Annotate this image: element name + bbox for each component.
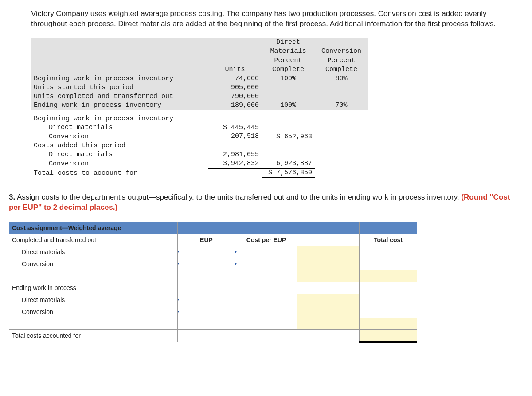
col-total: Total cost — [360, 234, 417, 246]
given-data-table: Direct Materials Conversion Percent Perc… — [31, 38, 368, 179]
calc-ewip-cv-sub — [297, 306, 360, 318]
hdr-pct-dm: Percent — [262, 56, 315, 65]
input-ewip-dm-cpe[interactable] — [235, 294, 297, 306]
cost-added-cv: 3,942,832 — [208, 159, 262, 169]
data-table-wrapper: Direct Materials Conversion Percent Perc… — [31, 38, 523, 179]
row-bwip-cv: 80% — [315, 74, 368, 83]
row-ewip-h: Ending work in process — [9, 282, 178, 294]
row-completed-label: Units completed and transferred out — [31, 92, 208, 101]
question-3: 3. Assign costs to the department's outp… — [9, 192, 523, 213]
cost-bwip-dm: $ 445,445 — [208, 123, 262, 132]
row-cto-cv: Conversion — [9, 258, 178, 270]
cost-bwip-cv: 207,518 — [208, 132, 262, 141]
cost-added-cv-label: Conversion — [31, 159, 208, 169]
col-cpe: Cost per EUP — [235, 234, 297, 246]
row-started-units: 905,000 — [208, 83, 262, 92]
row-bwip-units: 74,000 — [208, 74, 262, 83]
cost-added-dm: 2,981,055 — [208, 150, 262, 159]
input-cto-dm-eup[interactable] — [178, 246, 235, 258]
cost-added-label: Costs added this period — [31, 141, 208, 150]
input-cto-cv-eup[interactable] — [178, 258, 235, 270]
input-cto-dm-cpe[interactable] — [235, 246, 297, 258]
cost-total: $ 7,576,850 — [262, 168, 315, 178]
row-completed-units: 790,000 — [208, 92, 262, 101]
cost-added-tot: 6,923,887 — [262, 159, 315, 169]
row-bwip-dm: 100% — [262, 74, 315, 83]
q3-number: 3. — [9, 193, 15, 201]
cost-bwip-tot: $ 652,963 — [262, 132, 315, 141]
calc-cto-cv-sub — [297, 258, 360, 270]
hdr-pct-cv: Percent — [315, 56, 368, 65]
cost-bwip-dm-label: Direct materials — [31, 123, 208, 132]
hdr-dm1: Direct — [262, 38, 315, 47]
cost-bwip-cv-label: Conversion — [31, 132, 208, 141]
row-cto-dm: Direct materials — [9, 246, 178, 258]
hdr-units: Units — [208, 65, 262, 74]
row-ewip-dm: 100% — [262, 101, 315, 110]
hdr-dm2: Materials — [262, 47, 315, 56]
calc-ewip-dm-sub — [297, 294, 360, 306]
input-cto-cv-cpe[interactable] — [235, 258, 297, 270]
row-ewip-dm: Direct materials — [9, 294, 178, 306]
problem-intro: Victory Company uses weighted average pr… — [31, 9, 523, 29]
row-ewip-units: 189,000 — [208, 101, 262, 110]
row-ewip-label: Ending work in process inventory — [31, 101, 208, 110]
row-ewip-cv: Conversion — [9, 306, 178, 318]
cost-bwip-label: Beginning work in process inventory — [31, 114, 208, 123]
row-started-label: Units started this period — [31, 83, 208, 92]
hdr-conv: Conversion — [315, 47, 368, 56]
hdr-complete-dm: Complete — [262, 65, 315, 74]
cost-total-label: Total costs to account for — [31, 168, 208, 178]
row-cto: Completed and transferred out — [9, 234, 178, 246]
row-tcaf: Total costs accounted for — [9, 329, 178, 342]
input-ewip-cv-cpe[interactable] — [235, 306, 297, 318]
row-bwip-label: Beginning work in process inventory — [31, 74, 208, 83]
q3-text: Assign costs to the department's output—… — [15, 193, 461, 201]
answer-table: Cost assignment—Weighted average Complet… — [9, 222, 417, 343]
row-ewip-cv: 70% — [315, 101, 368, 110]
input-ewip-cv-eup[interactable] — [178, 306, 235, 318]
calc-grand-total — [360, 329, 417, 342]
cost-added-dm-label: Direct materials — [31, 150, 208, 159]
answer-header: Cost assignment—Weighted average — [9, 222, 178, 234]
row-cto-blank[interactable] — [9, 270, 178, 282]
input-ewip-dm-eup[interactable] — [178, 294, 235, 306]
row-ewip-blank[interactable] — [9, 318, 178, 329]
col-eup: EUP — [178, 234, 235, 246]
calc-cto-dm-sub — [297, 246, 360, 258]
hdr-complete-cv: Complete — [315, 65, 368, 74]
